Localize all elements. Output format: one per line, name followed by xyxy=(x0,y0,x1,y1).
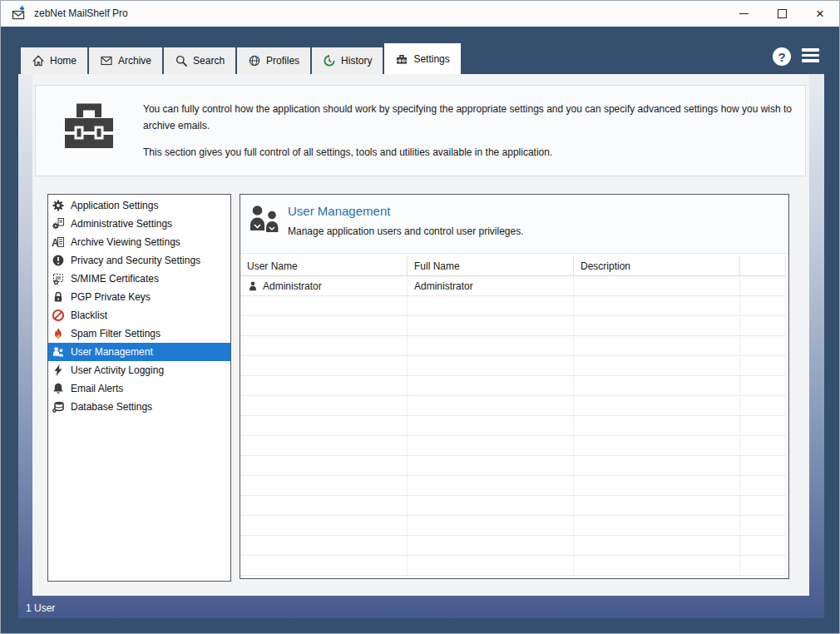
table-row-empty[interactable] xyxy=(240,476,788,496)
table-cell xyxy=(740,356,786,376)
users-large-icon xyxy=(249,205,282,235)
tab-profiles[interactable]: Profiles xyxy=(237,47,310,74)
table-cell xyxy=(240,316,408,336)
user-management-panel: User Management Manage application users… xyxy=(240,194,789,579)
table-row-empty[interactable] xyxy=(240,456,788,476)
table-cell xyxy=(574,436,740,456)
sidebar-item-archive-viewing-settings[interactable]: AArchive Viewing Settings xyxy=(48,233,230,251)
table-cell xyxy=(574,316,740,336)
table-row-empty[interactable] xyxy=(240,496,788,516)
sidebar-item-user-activity-logging[interactable]: User Activity Logging xyxy=(48,361,230,379)
hamburger-menu-icon xyxy=(802,48,819,52)
tab-home[interactable]: Home xyxy=(21,47,87,74)
table-cell xyxy=(240,496,408,516)
sidebar-item-label: User Activity Logging xyxy=(71,364,164,376)
table-cell xyxy=(574,356,740,376)
table-cell xyxy=(740,476,786,496)
table-cell xyxy=(408,296,574,316)
sidebar-item-user-management[interactable]: User Management xyxy=(48,343,230,361)
table-cell xyxy=(740,336,786,356)
table-row-empty[interactable] xyxy=(240,556,788,576)
users-table-header: User NameFull NameDescription xyxy=(240,256,788,276)
intro-paragraph-2: This section gives you full control of a… xyxy=(143,145,800,161)
table-cell xyxy=(408,476,574,496)
table-cell xyxy=(408,356,574,376)
archive-view-icon: A xyxy=(52,235,65,249)
table-row-empty[interactable] xyxy=(240,436,788,456)
table-cell xyxy=(240,456,408,476)
svg-text:A: A xyxy=(52,237,59,249)
tab-label: History xyxy=(341,55,372,67)
sidebar-item-pgp-private-keys[interactable]: PGP Private Keys xyxy=(48,288,230,306)
table-cell xyxy=(408,556,574,576)
intro-paragraph-1: You can fully control how the applicatio… xyxy=(143,102,800,135)
table-cell xyxy=(574,496,740,516)
panel-header: User Management Manage application users… xyxy=(240,195,788,254)
sidebar-item-label: Privacy and Security Settings xyxy=(71,255,200,266)
sidebar-item-privacy-and-security-settings[interactable]: Privacy and Security Settings xyxy=(48,251,230,270)
table-row-empty[interactable] xyxy=(240,316,788,336)
tab-label: Settings xyxy=(413,53,449,65)
sidebar-item-application-settings[interactable]: Application Settings xyxy=(48,196,230,215)
help-button[interactable]: ? xyxy=(773,47,791,66)
column-header-user-name[interactable]: User Name xyxy=(240,256,408,276)
sidebar-item-blacklist[interactable]: Blacklist xyxy=(48,306,230,324)
table-cell xyxy=(408,376,574,396)
maximize-button[interactable] xyxy=(763,1,801,27)
table-cell xyxy=(240,296,408,316)
table-cell xyxy=(240,396,408,416)
table-cell xyxy=(574,476,740,496)
tab-settings[interactable]: Settings xyxy=(384,43,460,74)
panel-subtitle: Manage application users and control use… xyxy=(288,225,524,237)
tab-search[interactable]: Search xyxy=(164,47,235,74)
gear-icon xyxy=(52,199,65,212)
table-cell xyxy=(240,356,408,376)
table-cell xyxy=(740,376,786,396)
close-icon: × xyxy=(816,7,824,21)
envelope-icon xyxy=(100,54,113,67)
table-row-empty[interactable] xyxy=(240,516,788,536)
table-row-empty[interactable] xyxy=(240,356,788,376)
table-cell xyxy=(574,296,740,316)
sidebar-item-label: Administrative Settings xyxy=(71,218,172,230)
table-cell: Administrator xyxy=(408,276,574,296)
tab-label: Home xyxy=(50,55,77,67)
table-cell xyxy=(740,436,786,456)
sidebar-item-label: Archive Viewing Settings xyxy=(71,236,180,248)
client-area: You can fully control how the applicatio… xyxy=(18,74,824,618)
table-cell xyxy=(574,536,740,556)
minimize-button[interactable] xyxy=(724,1,763,27)
sidebar-item-administrative-settings[interactable]: Administrative Settings xyxy=(48,215,230,233)
sidebar-item-email-alerts[interactable]: Email Alerts xyxy=(48,379,230,398)
sidebar-item-spam-filter-settings[interactable]: Spam Filter Settings xyxy=(48,324,230,343)
tab-archive[interactable]: Archive xyxy=(89,47,162,74)
sidebar-item-label: User Management xyxy=(71,346,153,358)
table-cell xyxy=(574,396,740,416)
intro-text: You can fully control how the applicatio… xyxy=(143,102,800,161)
table-row-empty[interactable] xyxy=(240,376,788,396)
sidebar-item-label: Email Alerts xyxy=(71,383,123,394)
block-icon xyxy=(52,309,65,322)
table-row-empty[interactable] xyxy=(240,296,788,316)
menu-button[interactable] xyxy=(802,48,819,62)
table-cell xyxy=(740,416,786,436)
sidebar-item-label: Spam Filter Settings xyxy=(71,328,161,339)
table-row-empty[interactable] xyxy=(240,336,788,356)
table-row-empty[interactable] xyxy=(240,416,788,436)
table-row-empty[interactable] xyxy=(240,536,788,556)
table-cell xyxy=(740,396,786,416)
sidebar-item-database-settings[interactable]: Database Settings xyxy=(48,398,230,416)
column-header-full-name[interactable]: Full Name xyxy=(408,256,574,276)
table-cell xyxy=(408,516,574,536)
table-row-empty[interactable] xyxy=(240,396,788,416)
sidebar-item-label: Blacklist xyxy=(71,310,107,321)
table-cell xyxy=(740,316,786,336)
column-header-description[interactable]: Description xyxy=(574,256,740,276)
table-row-user[interactable]: AdministratorAdministrator xyxy=(240,276,788,296)
column-header-empty[interactable] xyxy=(740,256,786,276)
sidebar-item-s-mime-certificates[interactable]: S/MIME Certificates xyxy=(48,270,230,288)
history-icon xyxy=(323,54,336,67)
flame-icon xyxy=(52,327,65,340)
close-button[interactable]: × xyxy=(801,1,839,27)
tab-history[interactable]: History xyxy=(312,47,383,74)
